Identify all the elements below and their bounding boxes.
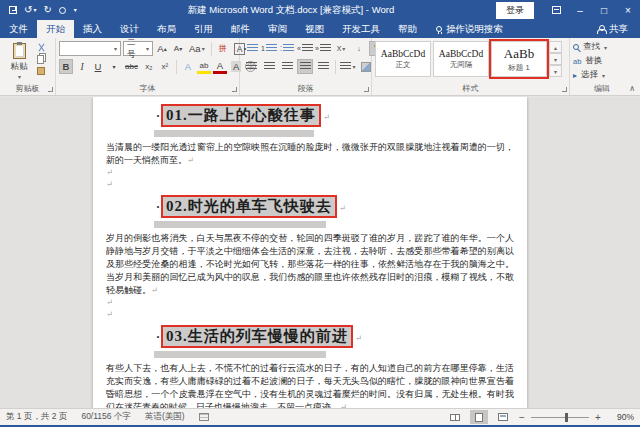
superscript-button[interactable]: x² [158,59,172,74]
text-highlight-button[interactable]: ab [197,59,211,74]
heading-2-line[interactable]: ·02.时光的单车飞快驶去 ↵ [156,195,514,218]
tab-insert[interactable]: 插入 [74,20,111,38]
zoom-in-button[interactable]: + [594,412,602,423]
styles-scroll-down-icon[interactable]: ▾ [549,53,562,65]
redo-button[interactable]: ↻ [43,5,51,15]
print-layout-button[interactable] [470,410,488,424]
customize-qat-button[interactable]: ▾ [74,7,77,13]
empty-paragraph[interactable]: ↵ [106,297,514,309]
tab-developer[interactable]: 开发工具 [333,20,389,38]
font-dialog-launcher-icon[interactable] [232,87,237,92]
heading-1-annotated[interactable]: 01.一路上的心酸往事 [161,104,321,127]
save-button[interactable] [9,6,17,14]
body-paragraph-3[interactable]: 有些人下去，也有人上去，不慌不忙的过着行云流水的日子，有的人知道自己的前方在哪里… [106,362,514,408]
strikethrough-button[interactable]: abc [123,59,140,74]
justify-button[interactable] [297,59,313,74]
undo-button[interactable]: ↺▾ [24,5,36,15]
touch-mouse-mode-button[interactable] [59,7,66,14]
style-normal[interactable]: AaBbCcDd 正文 [375,41,431,77]
document-page[interactable]: ·01.一路上的心酸往事 ↵ 当清晨的一缕阳光透过窗帘上的空隙映照在沉睡的脸庞时… [93,97,527,408]
tell-me-search[interactable]: 操作说明搜索 [426,20,513,38]
empty-paragraph[interactable]: ↵ [106,179,514,191]
tab-layout[interactable]: 布局 [148,20,185,38]
underline-button[interactable]: U [91,59,105,74]
tab-design[interactable]: 设计 [111,20,148,38]
empty-paragraph[interactable]: ↵ [106,167,514,179]
zoom-out-button[interactable]: − [518,412,526,423]
styles-dialog-launcher-icon[interactable] [562,87,567,92]
find-button[interactable]: 查找 ▾ [573,41,607,53]
maximize-button[interactable]: □ [592,0,616,20]
heading-3-annotated[interactable]: 03.生活的列车慢慢的前进 [161,325,353,348]
sign-in-button[interactable]: 登录 [496,2,534,19]
select-button[interactable]: ▸ 选择 ▾ [573,69,607,81]
bullets-button[interactable]: • [243,41,259,56]
bold-button[interactable]: B [59,59,73,74]
cut-icon[interactable] [37,43,46,52]
tab-review[interactable]: 审阅 [259,20,296,38]
page-indicator[interactable]: 第 1 页，共 2 页 [6,411,67,423]
styles-scroll-up-icon[interactable]: ▴ [549,41,562,53]
word-count[interactable]: 60/1156 个字 [81,411,130,423]
multilevel-list-button[interactable]: ⁚ [279,41,295,56]
style-no-spacing[interactable]: AaBbCcDd 无间隔 [433,41,489,77]
tab-help[interactable]: 帮助 [389,20,426,38]
close-button[interactable]: × [616,0,640,20]
line-spacing-button[interactable]: ▾ [340,59,356,74]
text-effects-button[interactable]: A [181,59,195,74]
increase-indent-button[interactable]: » [315,41,331,56]
replace-button[interactable]: ab 替换 [573,55,607,67]
heading-3-line[interactable]: ·03.生活的列车慢慢的前进 ↵ [156,325,514,348]
phonetic-guide-button[interactable]: 拼 [216,41,230,56]
body-paragraph-1[interactable]: 当清晨的一缕阳光透过窗帘上的空隙映照在沉睡的脸庞时，微微张开的双眼朦胧地注视着周… [106,141,514,167]
format-painter-icon[interactable] [37,67,45,75]
empty-paragraph[interactable]: ↵ [106,309,514,321]
style-heading-1[interactable]: AaBb 标题 1 [491,41,547,77]
change-case-button[interactable]: Aa▾ [187,41,207,56]
heading-1-line[interactable]: ·01.一路上的心酸往事 ↵ [156,104,514,127]
tab-home[interactable]: 开始 [37,20,74,38]
asian-layout-button[interactable]: X▾ [333,41,349,56]
paragraph-dialog-launcher-icon[interactable] [364,87,369,92]
italic-button[interactable]: I [75,59,89,74]
web-layout-button[interactable] [494,410,512,424]
tab-references[interactable]: 引用 [185,20,222,38]
proofing-status-icon[interactable] [199,413,209,421]
minimize-button[interactable]: – [568,0,592,20]
share-button[interactable]: 共享 [585,20,640,38]
zoom-slider-thumb[interactable] [565,413,568,422]
font-name-combobox[interactable]: ▾ [59,41,121,56]
font-size-combobox[interactable]: 二号▾ [123,41,153,56]
paste-button[interactable]: 粘贴 ▾ [3,41,35,80]
undo-dropdown-icon[interactable]: ▾ [33,7,36,13]
collapse-ribbon-icon[interactable]: ∧ [629,84,635,93]
font-color-button[interactable]: A [213,59,227,74]
body-paragraph-2[interactable]: 岁月的倒影也将消失，白天与黑夜不停的交替，轮回的四季斑驳了谁的岁月，蹉跎了谁的年… [106,232,514,297]
underline-dropdown-icon[interactable]: ▾ [107,59,121,74]
copy-icon[interactable] [37,55,44,64]
font-name-dropdown-icon[interactable]: ▾ [111,45,117,52]
grow-font-button[interactable]: A▴ [155,41,169,56]
heading-2-annotated[interactable]: 02.时光的单车飞快驶去 [161,195,337,218]
numbering-button[interactable]: 1 [261,41,277,56]
sort-button[interactable]: ↓ [351,41,367,56]
distribute-button[interactable] [315,59,331,74]
ribbon-display-options-button[interactable] [544,0,568,20]
zoom-slider[interactable] [531,417,589,418]
align-left-button[interactable] [243,59,259,74]
language-indicator[interactable]: 英语(美国) [145,411,185,423]
decrease-indent-button[interactable]: « [297,41,313,56]
tab-file[interactable]: 文件 [0,20,37,38]
tab-mailings[interactable]: 邮件 [222,20,259,38]
paste-dropdown-icon[interactable]: ▾ [18,73,21,80]
styles-gallery-more-icon[interactable]: ▾ [549,65,562,77]
shrink-font-button[interactable]: A▾ [171,41,185,56]
align-right-button[interactable] [279,59,295,74]
clipboard-dialog-launcher-icon[interactable] [48,87,53,92]
subscript-button[interactable]: x₂ [142,59,156,74]
align-center-button[interactable] [261,59,277,74]
font-size-dropdown-icon[interactable]: ▾ [143,45,149,52]
zoom-percentage[interactable]: 90% [608,412,634,422]
tab-view[interactable]: 视图 [296,20,333,38]
read-mode-button[interactable] [446,410,464,424]
